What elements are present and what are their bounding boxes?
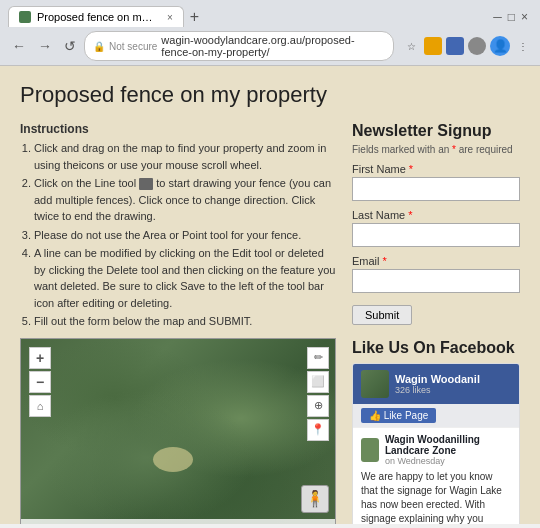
tab-favicon [19, 11, 31, 23]
fb-header: Wagin Woodanil 326 likes [353, 364, 519, 404]
imagery-text: Imagery ©2020 TerraMetrics | Terms of Us… [150, 523, 329, 525]
nav-bar: ← → ↺ 🔒 Not secure wagin-woodylandcare.o… [0, 27, 540, 65]
fb-post-avatar [361, 438, 379, 462]
nav-icons: ☆ 👤 ⋮ [402, 36, 532, 56]
list-item: Please do not use the Area or Point tool… [34, 227, 336, 244]
first-name-input[interactable] [352, 177, 520, 201]
ext1-btn[interactable] [424, 37, 442, 55]
tab-bar: Proposed fence on my property × + ─ □ × [0, 0, 540, 27]
required-star: * [452, 144, 456, 155]
newsletter-email-input[interactable] [352, 269, 520, 293]
point-tool-btn[interactable]: 📍 [307, 419, 329, 441]
close-btn[interactable]: × [521, 10, 528, 24]
page-title: Proposed fence on my property [20, 82, 520, 108]
last-name-required: * [408, 209, 412, 221]
map-tools: ✏ ⬜ ⊕ 📍 [307, 347, 329, 441]
first-name-required: * [409, 163, 413, 175]
fb-like-bar: 👍 Like Page [353, 404, 519, 427]
fb-page-likes: 326 likes [395, 385, 480, 395]
fb-post-name: Wagin Woodanilling Landcare Zone [385, 434, 511, 456]
browser-chrome: Proposed fence on my property × + ─ □ × … [0, 0, 540, 66]
ext3-btn[interactable] [468, 37, 486, 55]
home-btn[interactable]: ⌂ [29, 395, 51, 417]
fb-avatar-image [361, 370, 389, 398]
fb-post-time: on Wednesday [385, 456, 511, 466]
newsletter-required-note: Fields marked with an * are required [352, 144, 520, 155]
first-name-field: First Name * [352, 163, 520, 209]
instructions-heading: Instructions [20, 122, 336, 136]
submit-btn[interactable]: Submit [352, 305, 412, 325]
left-column: Instructions Click and drag on the map t… [20, 122, 336, 524]
fb-post-header: Wagin Woodanilling Landcare Zone on Wedn… [361, 434, 511, 466]
google-logo: Google [27, 522, 65, 525]
tab-close-btn[interactable]: × [167, 12, 173, 23]
first-name-label: First Name * [352, 163, 520, 175]
fb-page-name: Wagin Woodanil [395, 373, 480, 385]
map-background [21, 339, 335, 525]
fb-post: Wagin Woodanilling Landcare Zone on Wedn… [353, 427, 519, 524]
lock-icon: 🔒 [93, 41, 105, 52]
facebook-section: Like Us On Facebook Wagin Woodanil 326 l… [352, 339, 520, 524]
email-newsletter-field: Email * [352, 255, 520, 301]
zoom-out-btn[interactable]: − [29, 371, 51, 393]
fb-post-text: We are happy to let you know that the si… [361, 470, 511, 524]
facebook-widget: Wagin Woodanil 326 likes 👍 Like Page [352, 363, 520, 524]
active-tab[interactable]: Proposed fence on my property × [8, 6, 184, 27]
fb-page-info: Wagin Woodanil 326 likes [395, 373, 480, 395]
maximize-btn[interactable]: □ [508, 10, 515, 24]
street-view-btn[interactable]: 🧍 [301, 485, 329, 513]
delete-tool-btn[interactable]: ⊕ [307, 395, 329, 417]
newsletter-title: Newsletter Signup [352, 122, 520, 140]
newsletter-email-label: Email * [352, 255, 520, 267]
star-btn[interactable]: ☆ [402, 37, 420, 55]
fb-post-meta: Wagin Woodanilling Landcare Zone on Wedn… [385, 434, 511, 466]
not-secure-label: Not secure [109, 41, 157, 52]
last-name-label: Last Name * [352, 209, 520, 221]
edit-tool-btn[interactable]: ⬜ [307, 371, 329, 393]
fb-page-avatar [361, 370, 389, 398]
zoom-in-btn[interactable]: + [29, 347, 51, 369]
last-name-field: Last Name * [352, 209, 520, 255]
instructions-list: Click and drag on the map to find your p… [20, 140, 336, 330]
profile-btn[interactable]: 👤 [490, 36, 510, 56]
newsletter-section: Newsletter Signup Fields marked with an … [352, 122, 520, 325]
map-footer: Google Imagery ©2020 TerraMetrics | Term… [21, 519, 335, 525]
map-container[interactable]: + − ⌂ ✏ ⬜ ⊕ 📍 🧍 [20, 338, 336, 525]
minimize-btn[interactable]: ─ [493, 10, 502, 24]
last-name-input[interactable] [352, 223, 520, 247]
ext2-btn[interactable] [446, 37, 464, 55]
fb-like-btn[interactable]: 👍 Like Page [361, 408, 436, 423]
terms-link[interactable]: Terms of Use [276, 523, 329, 525]
map-controls: + − ⌂ [29, 347, 51, 417]
list-item: Fill out the form below the map and SUBM… [34, 313, 336, 330]
list-item: Click and drag on the map to find your p… [34, 140, 336, 173]
address-bar[interactable]: 🔒 Not secure wagin-woodylandcare.org.au/… [84, 31, 394, 61]
right-column: Newsletter Signup Fields marked with an … [352, 122, 520, 524]
url-text: wagin-woodylandcare.org.au/proposed-fenc… [161, 34, 385, 58]
page-content: Proposed fence on my property Instructio… [0, 66, 540, 524]
list-item: A line can be modified by clicking on th… [34, 245, 336, 311]
email-required: * [383, 255, 387, 267]
reload-btn[interactable]: ↺ [60, 36, 80, 56]
menu-btn[interactable]: ⋮ [514, 37, 532, 55]
list-item: Click on the Line tool to start drawing … [34, 175, 336, 225]
back-btn[interactable]: ← [8, 36, 30, 56]
forward-btn[interactable]: → [34, 36, 56, 56]
tab-title: Proposed fence on my property [37, 11, 157, 23]
facebook-title: Like Us On Facebook [352, 339, 520, 357]
draw-tool-btn[interactable]: ✏ [307, 347, 329, 369]
new-tab-btn[interactable]: + [184, 8, 205, 26]
